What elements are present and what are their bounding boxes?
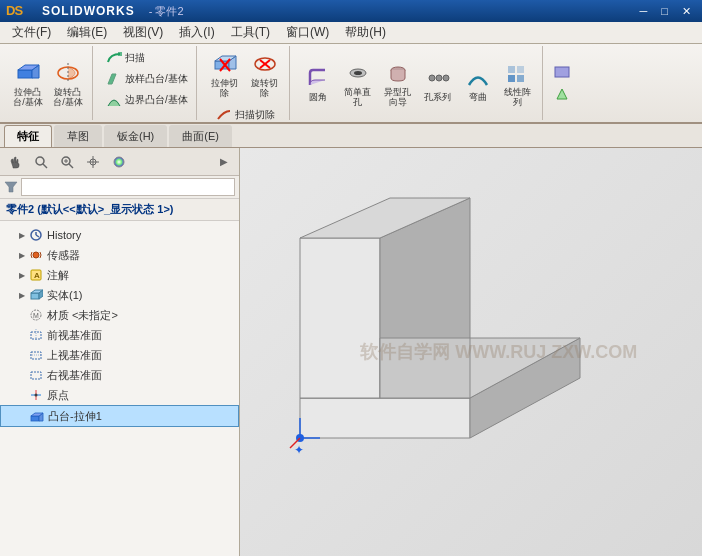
part-name: 零件2 (默认<<默认>_显示状态 1>) (0, 199, 239, 221)
annotations-expand[interactable]: ▶ (16, 269, 28, 281)
crosshair-icon (86, 155, 100, 169)
tree-item-right-plane[interactable]: ▶ 右视基准面 (0, 365, 239, 385)
sw-logo: DS (6, 1, 36, 22)
hole-simple-btn[interactable]: 简单直孔 (340, 57, 376, 110)
pattern-label: 线性阵列 (504, 88, 531, 108)
svg-rect-56 (31, 372, 41, 379)
pattern-icon (504, 59, 532, 87)
front-plane-label: 前视基准面 (47, 328, 102, 343)
menu-file[interactable]: 文件(F) (4, 22, 59, 43)
svg-rect-25 (517, 75, 524, 82)
fillet-icon (304, 64, 332, 92)
svg-text:M: M (33, 312, 39, 319)
hole-series-btn[interactable]: 孔系列 (420, 62, 456, 105)
ribbon-group-sweep-items: 扫描 放样凸台/基体 边界凸台/基体 (103, 48, 190, 118)
svg-point-22 (436, 75, 442, 81)
sensors-expand[interactable]: ▶ (16, 249, 28, 261)
hand-tool-btn[interactable] (4, 151, 26, 173)
menu-help[interactable]: 帮助(H) (337, 22, 394, 43)
cut-extrude-btn[interactable]: 拉伸切除 (207, 48, 243, 101)
menu-view[interactable]: 视图(V) (115, 22, 171, 43)
solid-expand[interactable]: ▶ (16, 289, 28, 301)
menu-edit[interactable]: 编辑(E) (59, 22, 115, 43)
cut-sweep-btn[interactable]: 扫描切除 (213, 105, 277, 124)
cut-revolve-icon (251, 50, 279, 78)
cut-revolve-btn[interactable]: 旋转切除 (247, 48, 283, 101)
tab-surface[interactable]: 曲面(E) (169, 125, 232, 147)
tree-item-material[interactable]: ▶ M 材质 <未指定> (0, 305, 239, 325)
svg-rect-54 (31, 352, 41, 359)
window-controls[interactable]: ─ □ ✕ (635, 5, 696, 18)
svg-rect-47 (31, 293, 39, 299)
flex-label: 弯曲 (469, 93, 487, 103)
fillet-btn[interactable]: 圆角 (300, 62, 336, 105)
menu-window[interactable]: 窗口(W) (278, 22, 337, 43)
ribbon-toolbar: 拉伸凸台/基体 旋转凸台/基体 (0, 44, 702, 124)
boss-revolve-label: 旋转凸台/基体 (53, 88, 83, 108)
solid-icon (28, 287, 44, 303)
sweep-btn[interactable]: 扫描 (103, 48, 147, 68)
boss-revolve-btn[interactable]: 旋转凸台/基体 (50, 57, 86, 110)
svg-text:✦: ✦ (294, 443, 304, 457)
right-plane-label: 右视基准面 (47, 368, 102, 383)
sweep-label: 扫描 (125, 51, 145, 65)
tree-item-front-plane[interactable]: ▶ 前视基准面 (0, 325, 239, 345)
boss-extrude-tree-icon (29, 408, 45, 424)
menu-tools[interactable]: 工具(T) (223, 22, 278, 43)
tree-item-solid[interactable]: ▶ 实体(1) (0, 285, 239, 305)
flex-btn[interactable]: 弯曲 (460, 62, 496, 105)
tree-item-history[interactable]: ▶ History (0, 225, 239, 245)
filter-row (0, 176, 239, 199)
hole-wizard-btn[interactable]: 异型孔向导 (380, 57, 416, 110)
hole-series-icon (424, 64, 452, 92)
boundary-btn[interactable]: 边界凸台/基体 (103, 90, 190, 110)
extra-btn-1[interactable] (551, 62, 573, 82)
history-icon (28, 227, 44, 243)
svg-point-19 (354, 71, 362, 75)
tree-item-origin[interactable]: ▶ 原点 (0, 385, 239, 405)
menu-insert[interactable]: 插入(I) (171, 22, 222, 43)
crosshair-tool-btn[interactable] (82, 151, 104, 173)
tab-sketch[interactable]: 草图 (54, 125, 102, 147)
tab-features[interactable]: 特征 (4, 125, 52, 147)
extra-icon-1 (553, 63, 571, 81)
panel-expand-btn[interactable]: ▶ (213, 151, 235, 173)
main-area: ▶ 零件2 (默认<<默认>_显示状态 1>) ▶ (0, 148, 702, 556)
hole-simple-icon (344, 59, 372, 87)
svg-text:A: A (34, 271, 40, 280)
svg-rect-6 (118, 52, 122, 56)
svg-marker-63 (300, 398, 470, 438)
tree-item-boss-extrude[interactable]: ▶ 凸台-拉伸1 (0, 405, 239, 427)
hole-wizard-icon (384, 59, 412, 87)
filter-input[interactable] (21, 178, 235, 196)
ribbon-group-fillet-items: 圆角 简单直孔 异型孔向导 (300, 48, 536, 118)
expand-icon: ▶ (220, 156, 228, 167)
origin-icon (28, 387, 44, 403)
color-tool-btn[interactable] (108, 151, 130, 173)
front-plane-icon (28, 327, 44, 343)
maximize-btn[interactable]: □ (656, 5, 673, 18)
svg-marker-7 (108, 74, 116, 84)
tree-item-annotations[interactable]: ▶ A 注解 (0, 265, 239, 285)
boss-extrude-btn[interactable]: 拉伸凸台/基体 (10, 57, 46, 110)
history-expand[interactable]: ▶ (16, 229, 28, 241)
svg-text:DS: DS (6, 3, 23, 18)
tree-item-sensors[interactable]: ▶ 传感器 (0, 245, 239, 265)
ribbon-tabs: 特征 草图 钣金(H) 曲面(E) (0, 124, 702, 148)
sensors-icon (28, 247, 44, 263)
titlebar-left: DS SOLIDWORKS - 零件2 (6, 1, 184, 22)
minimize-btn[interactable]: ─ (635, 5, 653, 18)
zoom-tool-btn[interactable] (30, 151, 52, 173)
cut-sweep-label: 扫描切除 (235, 108, 275, 122)
material-icon: M (28, 307, 44, 323)
zoom2-tool-btn[interactable] (56, 151, 78, 173)
tab-sheetmetal[interactable]: 钣金(H) (104, 125, 167, 147)
close-btn[interactable]: ✕ (677, 5, 696, 18)
svg-rect-1 (18, 70, 32, 78)
pattern-btn[interactable]: 线性阵列 (500, 57, 536, 110)
viewport: ✦ 软件自学网 WWW.RUJ ZXW.COM (240, 148, 702, 556)
loft-btn[interactable]: 放样凸台/基体 (103, 69, 190, 89)
tree-item-top-plane[interactable]: ▶ 上视基准面 (0, 345, 239, 365)
flex-icon (464, 64, 492, 92)
extra-btn-2[interactable] (551, 84, 573, 104)
